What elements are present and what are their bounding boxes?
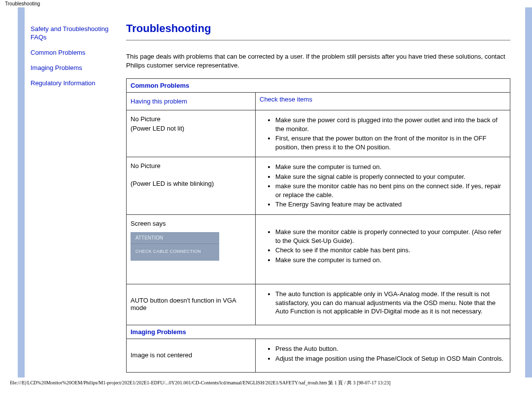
checks-cell: Make sure the power cord is plugged into…	[256, 110, 510, 157]
check-item: Make sure the power cord is plugged into…	[275, 115, 508, 134]
col-right-header: Check these items	[256, 93, 510, 110]
problem-title: AUTO button doesn't function in VGA mode	[131, 297, 251, 311]
checks-cell: Make sure the computer is turned on. Mak…	[256, 157, 510, 215]
section-row-imaging: Imaging Problems	[127, 325, 510, 339]
right-accent-bar	[525, 7, 532, 377]
subheader-row: Having this problem Check these items	[127, 93, 510, 110]
problem-cell: AUTO button doesn't function in VGA mode	[127, 284, 256, 325]
check-item: make sure the monitor cable has no bent …	[275, 181, 508, 200]
sidebar-item-imaging-problems[interactable]: Imaging Problems	[31, 64, 117, 72]
sidebar-item-common-problems[interactable]: Common Problems	[31, 49, 117, 57]
problem-sub: (Power LED is white blinking)	[131, 180, 251, 187]
check-item: First, ensure that the power button on t…	[275, 134, 508, 152]
table-row: No Picture (Power LED not lit) Make sure…	[127, 110, 510, 157]
table-row: No Picture (Power LED is white blinking)…	[127, 157, 510, 215]
check-item: Make sure the computer is turned on.	[275, 255, 508, 265]
page-wrap: Safety and Troubleshooting FAQs Common P…	[18, 7, 532, 377]
checks-cell: Make sure the monitor cable is properly …	[256, 215, 510, 284]
attention-body: CHECK CABLE CONNECTION	[131, 244, 219, 261]
table-row: Image is not centered Press the Auto but…	[127, 339, 510, 373]
common-problems-header: Common Problems	[127, 79, 510, 93]
checks-cell: Press the Auto button. Adjust the image …	[256, 339, 510, 373]
problem-title: No Picture	[131, 115, 251, 123]
checks-list: Press the Auto button. Adjust the image …	[258, 344, 508, 363]
check-item: The Energy Saving feature may be activat…	[275, 200, 508, 209]
problem-cell: Image is not centered	[127, 339, 256, 373]
page-title: Troubleshooting	[126, 22, 510, 35]
checks-list: The auto function is applicable only in …	[258, 289, 508, 316]
section-row-common: Common Problems	[127, 79, 510, 93]
problem-cell: No Picture (Power LED is white blinking)	[127, 157, 256, 215]
check-item: Press the Auto button.	[275, 344, 508, 354]
problem-sub: (Power LED not lit)	[131, 125, 251, 132]
imaging-problems-header: Imaging Problems	[127, 325, 510, 339]
check-item: Make sure the signal cable is properly c…	[275, 172, 508, 182]
problem-title: Image is not centered	[131, 351, 251, 359]
problem-cell: Screen says ATTENTION CHECK CABLE CONNEC…	[127, 215, 256, 284]
title-rule	[126, 40, 510, 40]
footer-path: file:///E|/LCD%20Monitor%20OEM/Philips/M…	[0, 377, 532, 391]
problem-cell: No Picture (Power LED not lit)	[127, 110, 256, 157]
sidebar-item-regulatory[interactable]: Regulatory Information	[31, 79, 117, 88]
sidebar: Safety and Troubleshooting FAQs Common P…	[25, 7, 121, 377]
troubleshooting-table: Common Problems Having this problem Chec…	[126, 78, 510, 373]
table-row: AUTO button doesn't function in VGA mode…	[127, 284, 510, 325]
check-item: Check to see if the monitor cable has be…	[275, 245, 508, 255]
col-left-header: Having this problem	[127, 93, 256, 110]
attention-head: ATTENTION	[131, 232, 219, 244]
main-content: Troubleshooting This page deals with pro…	[121, 7, 525, 377]
problem-title: Screen says	[131, 220, 251, 227]
sidebar-item-faqs[interactable]: FAQs	[31, 34, 117, 42]
intro-text: This page deals with problems that can b…	[126, 52, 510, 69]
page-header-label: Troubleshooting	[0, 0, 532, 7]
checks-list: Make sure the computer is turned on. Mak…	[258, 162, 508, 209]
table-row: Screen says ATTENTION CHECK CABLE CONNEC…	[127, 215, 510, 284]
problem-title: No Picture	[131, 162, 251, 170]
check-item: Adjust the image position using the Phas…	[275, 354, 508, 364]
attention-box: ATTENTION CHECK CABLE CONNECTION	[131, 232, 219, 261]
checks-cell: The auto function is applicable only in …	[256, 284, 510, 325]
check-item: Make sure the computer is turned on.	[275, 162, 508, 172]
sidebar-item-safety[interactable]: Safety and Troubleshooting	[31, 25, 117, 34]
check-item: Make sure the monitor cable is properly …	[275, 227, 508, 245]
left-accent-bar	[18, 7, 25, 377]
checks-list: Make sure the monitor cable is properly …	[258, 227, 508, 265]
checks-list: Make sure the power cord is plugged into…	[258, 115, 508, 152]
check-item: The auto function is applicable only in …	[275, 289, 508, 316]
